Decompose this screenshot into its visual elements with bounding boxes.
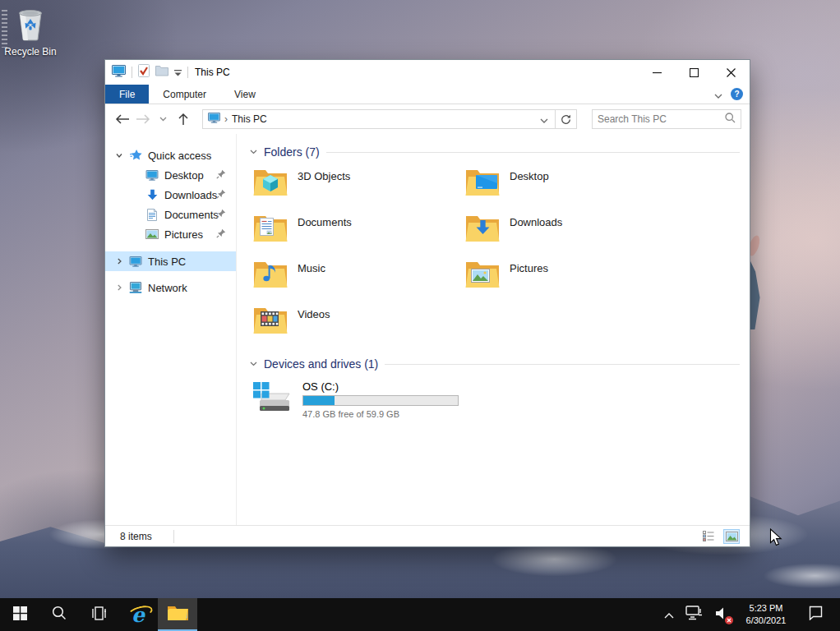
- sidebar-item-this-pc[interactable]: This PC: [105, 251, 236, 271]
- tab-file[interactable]: File: [105, 85, 149, 104]
- pin-icon: [216, 228, 226, 241]
- taskbar-search-button[interactable]: [39, 598, 79, 631]
- folders-group-header[interactable]: Folders (7): [250, 145, 743, 159]
- devices-group-header[interactable]: Devices and drives (1): [250, 357, 743, 371]
- sidebar-item-documents[interactable]: Documents: [105, 205, 236, 224]
- internet-explorer-icon: e: [132, 605, 145, 625]
- sidebar-item-desktop[interactable]: Desktop: [105, 165, 236, 185]
- collapse-chevron-icon: [250, 150, 257, 154]
- breadcrumb[interactable]: This PC: [232, 113, 267, 125]
- file-explorer-window: This PC File Computer View: [104, 59, 750, 547]
- search-box[interactable]: [592, 109, 741, 129]
- drive-tile-os-c[interactable]: OS (C:) 47.8 GB free of 59.9 GB: [253, 380, 743, 419]
- folder-tile-videos[interactable]: Videos: [253, 303, 465, 349]
- recent-locations-chevron-icon[interactable]: [155, 110, 171, 128]
- breadcrumb-separator: ›: [224, 113, 228, 125]
- drive-usage-fill: [303, 396, 335, 405]
- help-icon[interactable]: ?: [731, 88, 743, 100]
- hidden-icons-chevron[interactable]: [664, 607, 674, 622]
- taskbar-clock[interactable]: 5:23 PM 6/30/2021: [742, 602, 790, 627]
- address-dropdown-chevron-icon[interactable]: [533, 112, 555, 127]
- collapse-chevron-icon: [250, 362, 257, 366]
- refresh-button[interactable]: [555, 110, 576, 128]
- desktop-icon: [145, 170, 159, 181]
- thumbnails-view-icon[interactable]: [723, 529, 740, 544]
- documents-icon: [145, 209, 159, 221]
- tab-computer[interactable]: Computer: [149, 85, 220, 104]
- folder-icon: [465, 211, 500, 244]
- pin-icon: [216, 209, 226, 221]
- download-arrow-glyph: [476, 219, 490, 237]
- folder-icon: [253, 165, 288, 198]
- folder-tile-3d-objects[interactable]: 3D Objects: [253, 165, 465, 211]
- filmstrip-glyph: [261, 311, 279, 329]
- quick-access-star-icon: [128, 150, 143, 161]
- internet-explorer-button[interactable]: e: [118, 598, 158, 631]
- desktop: Recycle Bin This PC: [0, 0, 840, 631]
- search-icon[interactable]: [725, 112, 736, 127]
- back-button[interactable]: [115, 110, 131, 128]
- status-bar: 8 items: [105, 525, 750, 546]
- minimize-button[interactable]: [639, 60, 676, 85]
- properties-icon[interactable]: [138, 64, 150, 81]
- folder-tile-downloads[interactable]: Downloads: [465, 211, 677, 257]
- search-input[interactable]: [598, 113, 725, 125]
- address-bar[interactable]: › This PC: [202, 109, 577, 129]
- folder-tile-music[interactable]: Music: [253, 257, 465, 303]
- pin-icon: [216, 169, 226, 182]
- folder-tile-documents[interactable]: Documents: [253, 211, 465, 257]
- search-icon: [52, 606, 67, 624]
- volume-muted-icon[interactable]: [715, 606, 731, 624]
- sidebar-item-pictures[interactable]: Pictures: [105, 224, 236, 244]
- tab-view[interactable]: View: [220, 85, 270, 104]
- recycle-bin-label: Recycle Bin: [2, 46, 59, 58]
- folders-grid: 3D Objects Desktop: [253, 165, 743, 349]
- maximize-button[interactable]: [676, 60, 713, 85]
- items-count: 8 items: [120, 531, 152, 542]
- sidebar-item-downloads[interactable]: Downloads: [105, 185, 236, 205]
- new-folder-icon[interactable]: [155, 65, 168, 80]
- forward-button[interactable]: [136, 110, 151, 128]
- clock-date: 6/30/2021: [742, 615, 790, 627]
- drive-icon: [253, 380, 293, 415]
- folder-tile-pictures[interactable]: Pictures: [465, 257, 677, 303]
- up-button[interactable]: [176, 110, 192, 128]
- task-view-button[interactable]: [79, 598, 118, 631]
- network-icon: [128, 282, 143, 293]
- recycle-bin-shortcut[interactable]: Recycle Bin: [2, 7, 59, 58]
- recycle-bin-icon: [15, 30, 46, 44]
- 3d-cube-glyph: [262, 174, 279, 195]
- downloads-icon: [145, 189, 159, 200]
- qat-customize-icon[interactable]: [174, 65, 182, 80]
- devices-group-title: Devices and drives (1): [264, 357, 378, 371]
- close-button[interactable]: [713, 60, 750, 85]
- folder-icon: [465, 257, 500, 290]
- pin-icon: [216, 189, 226, 201]
- this-pc-icon: [208, 113, 220, 126]
- monitor-glyph: [476, 175, 497, 193]
- titlebar[interactable]: This PC: [105, 60, 750, 85]
- file-explorer-icon: [167, 605, 189, 625]
- clock-time: 5:23 PM: [742, 602, 790, 615]
- folder-tile-desktop[interactable]: Desktop: [465, 165, 677, 211]
- file-explorer-button[interactable]: [158, 598, 197, 631]
- mouse-cursor: [769, 528, 784, 550]
- folder-icon: [465, 165, 500, 198]
- action-center-icon[interactable]: [801, 606, 830, 624]
- system-tray: 5:23 PM 6/30/2021: [664, 598, 840, 631]
- start-button[interactable]: [0, 598, 39, 631]
- drive-free-text: 47.8 GB free of 59.9 GB: [302, 409, 459, 419]
- document-glyph: [260, 218, 274, 238]
- folder-icon: [253, 211, 288, 244]
- taskbar: e 5:23 PM 6/30/2021: [0, 598, 840, 631]
- this-pc-icon: [112, 65, 126, 81]
- expand-ribbon-chevron-icon[interactable]: [714, 87, 722, 102]
- drive-usage-bar: [302, 395, 459, 406]
- photo-glyph: [471, 269, 490, 285]
- network-tray-icon[interactable]: [685, 606, 704, 624]
- start-icon: [13, 606, 27, 624]
- sidebar-item-network[interactable]: Network: [105, 278, 236, 297]
- details-view-icon[interactable]: [700, 529, 717, 544]
- sidebar-item-quick-access[interactable]: Quick access: [105, 145, 236, 165]
- navigation-pane: Quick access Desktop: [105, 134, 237, 525]
